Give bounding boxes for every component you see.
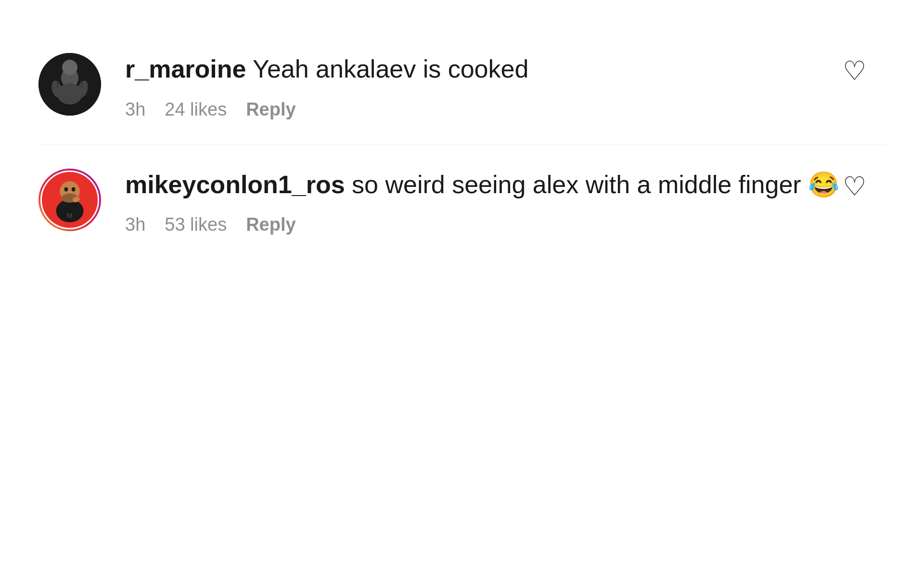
comment-username: r_maroine <box>125 55 246 83</box>
like-button[interactable]: ♡ <box>843 58 866 84</box>
reply-button[interactable]: Reply <box>246 99 295 120</box>
comment-text: mikeyconlon1_ros so weird seeing alex wi… <box>125 169 886 201</box>
svg-text:M: M <box>67 212 72 219</box>
comment-content: Yeah ankalaev is cooked <box>253 55 528 83</box>
reply-button[interactable]: Reply <box>246 214 295 235</box>
heart-icon: ♡ <box>843 171 866 201</box>
comment-meta: 3h 53 likes Reply <box>125 214 886 235</box>
comment-likes: 24 likes <box>165 99 227 120</box>
svg-point-3 <box>62 60 77 75</box>
comment-body: r_maroine Yeah ankalaev is cooked 3h 24 … <box>125 53 886 120</box>
heart-icon: ♡ <box>843 56 866 86</box>
comment-likes: 53 likes <box>165 214 227 235</box>
comment-body: mikeyconlon1_ros so weird seeing alex wi… <box>125 169 886 236</box>
comment-item: M mikeyconlon1_ros so weird seeing alex … <box>38 144 886 260</box>
comment-username: mikeyconlon1_ros <box>125 171 345 198</box>
comment-text: r_maroine Yeah ankalaev is cooked <box>125 53 886 86</box>
comments-container: r_maroine Yeah ankalaev is cooked 3h 24 … <box>0 0 924 578</box>
svg-point-11 <box>72 187 76 191</box>
avatar-image: M <box>42 172 98 228</box>
avatar <box>38 53 101 116</box>
comment-time: 3h <box>125 214 145 235</box>
comment-meta: 3h 24 likes Reply <box>125 99 886 120</box>
comment-content: so weird seeing alex with a middle finge… <box>352 171 839 198</box>
comment-item: r_maroine Yeah ankalaev is cooked 3h 24 … <box>38 29 886 144</box>
avatar: M <box>40 171 99 229</box>
like-button[interactable]: ♡ <box>843 173 866 200</box>
comment-time: 3h <box>125 99 145 120</box>
svg-point-10 <box>64 187 68 191</box>
avatar-wrapper: M <box>38 169 101 231</box>
avatar-image <box>38 53 101 116</box>
